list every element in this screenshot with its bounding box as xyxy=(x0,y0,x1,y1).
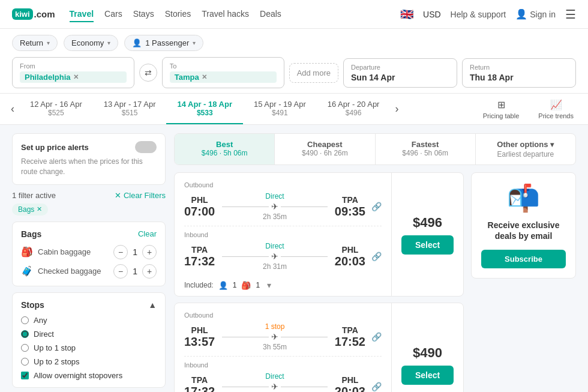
select-button-1[interactable]: Select xyxy=(401,366,454,385)
subscribe-button[interactable]: Subscribe xyxy=(481,250,566,268)
sort-tab-fastest[interactable]: Fastest $496 · 5h 06m xyxy=(376,134,476,164)
clear-filters-button[interactable]: ✕ Clear Filters xyxy=(115,191,166,200)
price-1: $490 xyxy=(413,345,442,361)
departure-field[interactable]: Departure Sun 14 Apr xyxy=(343,58,457,88)
signin-button[interactable]: 👤 Sign in xyxy=(515,8,556,20)
nav-item-stays[interactable]: Stays xyxy=(133,7,154,22)
cabin-decrement-button[interactable]: − xyxy=(113,245,128,259)
nav-item-travel[interactable]: Travel xyxy=(70,7,94,22)
swap-button[interactable]: ⇄ xyxy=(139,64,157,82)
outbound-segment-0: Outbound PHL 07:00 Direct xyxy=(175,173,391,226)
expand-btn-0[interactable]: ▾ xyxy=(267,280,271,290)
stop-any-radio[interactable] xyxy=(21,316,29,324)
bag-icon-0: 🎒 xyxy=(241,281,251,290)
bags-clear-button[interactable]: Clear xyxy=(138,229,157,238)
checked-baggage-counter: − 1 + xyxy=(113,264,157,279)
passengers-selector[interactable]: 👤 1 Passenger ▾ xyxy=(124,35,203,51)
select-button-0[interactable]: Select xyxy=(401,235,454,255)
stop-up2-option[interactable]: Up to 2 stops xyxy=(21,357,157,366)
cabin-increment-button[interactable]: + xyxy=(142,245,157,259)
link-icon-1-in[interactable]: 🔗 xyxy=(371,382,382,391)
date-nav-next[interactable]: › xyxy=(390,98,403,120)
chevron-icon: ▾ xyxy=(550,140,554,149)
bags-filter-tag[interactable]: Bags ✕ xyxy=(12,204,48,216)
date-tab-0[interactable]: 12 Apr - 16 Apr $525 xyxy=(19,94,93,124)
price-trends-button[interactable]: 📈 Price trends xyxy=(530,94,582,124)
sort-tab-other[interactable]: Other options ▾ Earliest departure xyxy=(476,134,575,164)
pricing-table-button[interactable]: ⊞ Pricing table xyxy=(475,94,528,124)
date-tab-3[interactable]: 15 Apr - 19 Apr $491 xyxy=(243,94,317,124)
origin-0-in: TPA 17:32 xyxy=(184,245,215,268)
checked-increment-button[interactable]: + xyxy=(142,264,157,279)
stop-up2-radio[interactable] xyxy=(21,358,29,366)
chevron-down-icon3: ▾ xyxy=(193,40,196,46)
link-icon-0-out[interactable]: 🔗 xyxy=(371,202,382,211)
main-content: Set up price alerts Receive alerts when … xyxy=(0,125,588,392)
help-button[interactable]: Help & support xyxy=(451,10,506,19)
allow-overnight-option[interactable]: Allow overnight stopovers xyxy=(21,371,157,380)
plane-icon-1-out: ✈ xyxy=(271,332,278,342)
bags-section: Bags Clear 🎒 Cabin baggage − 1 + 🧳 Check… xyxy=(12,222,166,286)
promo-icon: 📬 xyxy=(481,182,566,214)
link-icon-0-in[interactable]: 🔗 xyxy=(371,252,382,261)
to-city-tag: Tampa ✕ xyxy=(170,71,277,83)
date-tab-4[interactable]: 16 Apr - 20 Apr $496 xyxy=(317,94,391,124)
cabin-baggage-label: 🎒 Cabin baggage xyxy=(21,246,91,258)
inbound-label-0: Inbound xyxy=(184,231,382,238)
stop-any-option[interactable]: Any xyxy=(21,316,157,325)
to-close-icon[interactable]: ✕ xyxy=(202,73,207,81)
from-field[interactable]: From Philadelphia ✕ xyxy=(12,57,134,88)
middle-0-out: Direct ✈ 2h 35m xyxy=(222,192,328,221)
sort-tab-cheapest[interactable]: Cheapest $490 · 6h 26m xyxy=(275,134,375,164)
toggle-slider xyxy=(135,141,157,153)
date-tab-2[interactable]: 14 Apr - 18 Apr $533 xyxy=(166,94,243,124)
tag-close-icon[interactable]: ✕ xyxy=(37,205,42,213)
included-text-0: Included: xyxy=(184,281,214,289)
filter-count: 1 filter active xyxy=(12,191,56,200)
date-tabs-bar: ‹ 12 Apr - 16 Apr $525 13 Apr - 17 Apr $… xyxy=(0,94,588,125)
nav-item-deals[interactable]: Deals xyxy=(260,7,281,22)
sort-sub-fastest: $496 · 5h 06m xyxy=(382,149,469,157)
price-alert-toggle[interactable] xyxy=(135,141,157,153)
trip-type-selector[interactable]: Return ▾ xyxy=(12,35,58,51)
search-controls-row: Return ▾ Economy ▾ 👤 1 Passenger ▾ xyxy=(12,35,576,51)
stop-up1-option[interactable]: Up to 1 stop xyxy=(21,343,157,352)
search-bar: Return ▾ Economy ▾ 👤 1 Passenger ▾ From … xyxy=(0,29,588,94)
price-trends-icon: 📈 xyxy=(550,99,562,110)
from-close-icon[interactable]: ✕ xyxy=(73,73,79,81)
add-more-button[interactable]: Add more xyxy=(289,63,338,83)
plane-icon-0-out: ✈ xyxy=(271,202,278,211)
nav-item-cars[interactable]: Cars xyxy=(104,7,122,22)
currency-button[interactable]: USD xyxy=(423,10,441,19)
checked-decrement-button[interactable]: − xyxy=(113,264,128,279)
return-label: Return xyxy=(470,64,568,71)
person-count-0: 1 xyxy=(233,281,237,289)
sort-sub-other: Earliest departure xyxy=(497,150,554,158)
logo[interactable]: kiwi .com xyxy=(12,8,55,20)
stop-direct-option[interactable]: Direct xyxy=(21,330,157,339)
checked-bag-icon: 🧳 xyxy=(21,265,33,277)
stop-up1-radio[interactable] xyxy=(21,344,29,352)
person-icon-0: 👤 xyxy=(218,281,228,290)
stop-direct-radio[interactable] xyxy=(21,330,29,338)
origin-0-out: PHL 07:00 xyxy=(184,195,215,219)
depart-time-0: 07:00 xyxy=(184,205,215,219)
stops-toggle-icon[interactable]: ▲ xyxy=(148,300,157,310)
segment-row-1-in: TPA 17:32 Direct ✈ xyxy=(184,372,382,392)
date-nav-prev[interactable]: ‹ xyxy=(6,98,19,120)
nav-item-stories[interactable]: Stories xyxy=(165,7,191,22)
flight-list: Outbound PHL 07:00 Direct xyxy=(174,172,464,392)
link-icon-1-out[interactable]: 🔗 xyxy=(371,332,382,342)
cabin-class-selector[interactable]: Economy ▾ xyxy=(64,35,118,51)
inbound-segment-0: Inbound TPA 17:32 Direct xyxy=(175,226,391,276)
menu-icon[interactable]: ☰ xyxy=(565,7,576,22)
dest-code-0: TPA xyxy=(335,195,365,205)
nav-item-hacks[interactable]: Travel hacks xyxy=(202,7,249,22)
stops-title: Stops xyxy=(21,300,44,310)
to-field[interactable]: To Tampa ✕ xyxy=(162,57,284,88)
return-field[interactable]: Return Thu 18 Apr xyxy=(462,58,576,88)
date-tab-1[interactable]: 13 Apr - 17 Apr $515 xyxy=(93,94,167,124)
price-alert-header: Set up price alerts xyxy=(21,141,157,153)
allow-overnight-checkbox[interactable] xyxy=(21,372,29,379)
sort-tab-best[interactable]: Best $496 · 5h 06m xyxy=(175,134,275,164)
